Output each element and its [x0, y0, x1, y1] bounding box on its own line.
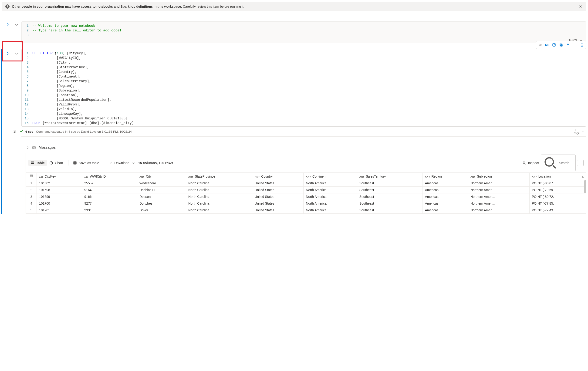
column-header-City[interactable]: ANYCity: [137, 173, 186, 180]
svg-point-22: [545, 158, 553, 166]
column-header-StateProvince[interactable]: ANYStateProvince: [186, 173, 252, 180]
chevron-right-icon: [26, 146, 29, 149]
cell-toolbar: M↓: [536, 41, 586, 49]
delete-cell-button[interactable]: [579, 42, 585, 48]
svg-rect-14: [32, 163, 33, 164]
column-header-Subregion[interactable]: ANYSubregion: [468, 173, 529, 180]
cell-language-picker[interactable]: T-SQL: [574, 128, 585, 135]
workspace-access-notice: i Other people in your organization may …: [2, 2, 586, 11]
column-header-Country[interactable]: ANYCountry: [252, 173, 304, 180]
svg-rect-20: [74, 162, 76, 164]
column-header-SalesTerritory[interactable]: ANYSalesTerritory: [357, 173, 422, 180]
svg-rect-10: [31, 162, 32, 163]
messages-section[interactable]: Messages: [21, 143, 586, 153]
output-overflow-indicator[interactable]: ···: [21, 137, 586, 143]
gutter-separator: [12, 23, 12, 27]
inspect-button[interactable]: Inspect: [521, 160, 541, 166]
table-icon: [31, 161, 34, 165]
svg-rect-13: [31, 163, 32, 164]
table-row[interactable]: 3 101699 9166 Dobson North Carolina Unit…: [26, 193, 586, 200]
column-header-Region[interactable]: ANYRegion: [422, 173, 468, 180]
svg-rect-11: [32, 162, 33, 163]
svg-rect-15: [33, 163, 34, 164]
code-editor[interactable]: 12345678910111213141516 SELECT TOP (100)…: [21, 49, 586, 127]
lock-cell-button[interactable]: [565, 42, 571, 48]
table-row[interactable]: 5 101701 9334 Dover North Carolina Unite…: [26, 207, 586, 214]
results-summary: 15 columns, 100 rows: [138, 161, 173, 165]
execution-count: [1]: [12, 130, 17, 133]
search-input[interactable]: [541, 155, 576, 171]
svg-rect-16: [31, 164, 32, 164]
messages-icon: [32, 146, 36, 149]
duplicate-cell-button[interactable]: [558, 42, 564, 48]
svg-point-1: [540, 44, 541, 46]
column-header-WWICityID[interactable]: 123WWICityID: [82, 173, 137, 180]
table-row[interactable]: 1 104302 35552 Wadesboro North Carolina …: [26, 180, 586, 187]
close-icon[interactable]: [578, 4, 583, 9]
run-cell-button[interactable]: [6, 52, 10, 55]
inspect-icon: [522, 161, 526, 165]
svg-point-8: [576, 45, 577, 45]
success-icon: [20, 130, 23, 134]
grid-icon: [73, 161, 77, 165]
svg-point-7: [575, 45, 575, 45]
convert-to-markdown-button[interactable]: M↓: [544, 42, 550, 48]
table-row[interactable]: 2 101698 9164 Dobbins H… North Carolina …: [26, 187, 586, 193]
filter-icon: [579, 161, 582, 165]
code-cell-2: M↓: [1, 49, 586, 214]
column-header-CityKey[interactable]: 123CityKey: [37, 173, 82, 180]
column-header-Location[interactable]: ANYLocation▲: [529, 173, 586, 180]
copilot-icon[interactable]: [537, 42, 543, 48]
search-icon: [543, 155, 557, 170]
notebook-scroll[interactable]: 123 -- Welcome to your new notebook -- T…: [0, 13, 588, 371]
gutter-separator: [12, 52, 12, 56]
download-icon: [109, 161, 112, 165]
tab-table[interactable]: Table: [28, 160, 47, 166]
code-editor[interactable]: 123 -- Welcome to your new notebook -- T…: [21, 21, 586, 43]
svg-point-6: [573, 45, 574, 45]
results-panel: Table Chart Save as table Download: [26, 153, 586, 214]
svg-rect-4: [561, 44, 562, 46]
run-options-button[interactable]: [15, 52, 18, 55]
notice-text: Other people in your organization may ha…: [12, 5, 576, 8]
run-options-button[interactable]: [15, 23, 18, 27]
chevron-down-icon: [131, 161, 135, 165]
svg-rect-5: [567, 45, 569, 46]
info-icon: i: [5, 4, 10, 9]
run-cell-button[interactable]: [6, 23, 10, 27]
svg-rect-3: [560, 44, 562, 46]
tab-chart[interactable]: Chart: [47, 160, 65, 166]
clear-output-button[interactable]: [551, 42, 557, 48]
svg-rect-23: [30, 175, 32, 177]
more-actions-button[interactable]: [572, 42, 578, 48]
download-button[interactable]: Download: [107, 160, 137, 166]
filter-button[interactable]: [577, 160, 584, 166]
svg-rect-18: [33, 164, 34, 164]
code-cell-1: 123 -- Welcome to your new notebook -- T…: [2, 21, 586, 43]
svg-rect-17: [32, 164, 33, 164]
row-index-header[interactable]: [26, 173, 37, 180]
column-header-Continent[interactable]: ANYContinent: [304, 173, 357, 180]
svg-rect-12: [33, 162, 34, 163]
chart-icon: [49, 161, 53, 165]
messages-label: Messages: [39, 145, 56, 150]
save-as-table-button[interactable]: Save as table: [71, 160, 101, 166]
execution-status: 6 sec - Command executed in 4 sec by Dav…: [25, 130, 132, 133]
table-scrollbar[interactable]: [584, 180, 586, 193]
results-table[interactable]: 123CityKey123WWICityIDANYCityANYStatePro…: [26, 173, 586, 214]
table-row[interactable]: 4 101700 9277 Dortches North Carolina Un…: [26, 200, 586, 207]
